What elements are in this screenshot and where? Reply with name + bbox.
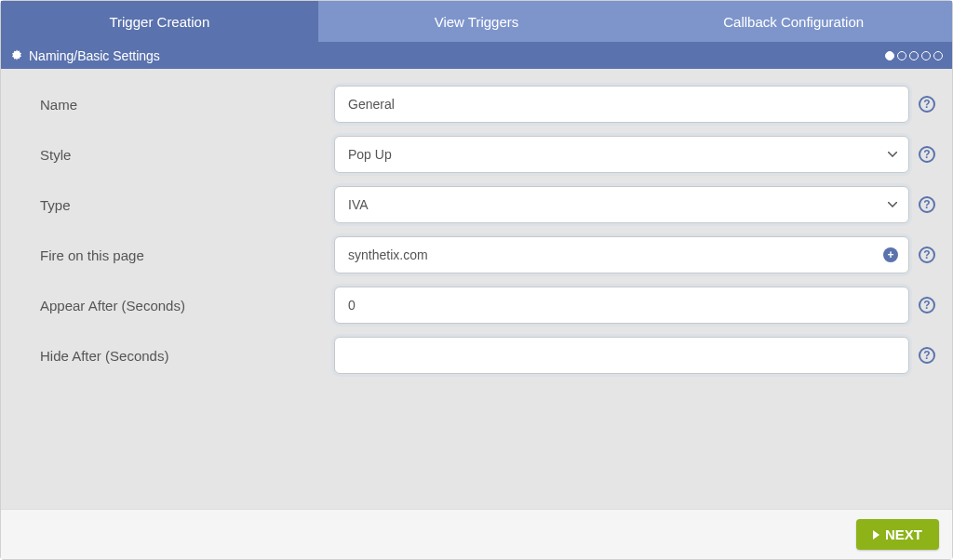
row-fire-page: Fire on this page + ? <box>18 236 935 273</box>
section-title: Naming/Basic Settings <box>29 48 160 63</box>
form-area: Name ? Style Pop Up ? Type IVA ? <box>1 69 952 509</box>
progress-dot-4 <box>921 51 931 60</box>
gear-icon <box>10 48 23 64</box>
row-appear-after: Appear After (Seconds) ? <box>18 287 935 324</box>
help-icon[interactable]: ? <box>919 247 935 263</box>
add-icon[interactable]: + <box>883 247 898 262</box>
label-style: Style <box>18 147 334 163</box>
next-button-label: NEXT <box>885 527 922 542</box>
tab-trigger-creation[interactable]: Trigger Creation <box>1 1 318 43</box>
help-icon[interactable]: ? <box>919 347 935 364</box>
hide-after-input[interactable] <box>334 337 909 374</box>
app-container: Trigger Creation View Triggers Callback … <box>0 0 953 560</box>
row-name: Name ? <box>18 86 935 123</box>
tab-label: View Triggers <box>435 14 519 30</box>
label-hide-after: Hide After (Seconds) <box>18 348 334 364</box>
tab-label: Callback Configuration <box>723 14 864 30</box>
footer: NEXT <box>1 509 952 559</box>
help-icon[interactable]: ? <box>919 297 935 313</box>
label-type: Type <box>18 197 334 213</box>
progress-dot-5 <box>933 51 943 60</box>
style-select[interactable]: Pop Up <box>334 136 909 173</box>
help-icon[interactable]: ? <box>919 196 935 213</box>
fire-page-input[interactable] <box>334 236 909 273</box>
help-icon[interactable]: ? <box>919 146 935 163</box>
type-select[interactable]: IVA <box>334 186 909 223</box>
progress-indicator <box>885 51 943 60</box>
progress-dot-3 <box>909 51 919 60</box>
section-header: Naming/Basic Settings <box>1 43 952 69</box>
tab-view-triggers[interactable]: View Triggers <box>318 1 636 43</box>
label-appear-after: Appear After (Seconds) <box>18 298 334 313</box>
progress-dot-1 <box>885 51 894 60</box>
tab-bar: Trigger Creation View Triggers Callback … <box>1 1 952 43</box>
appear-after-input[interactable] <box>334 287 909 324</box>
name-input[interactable] <box>334 86 909 123</box>
progress-dot-2 <box>897 51 906 60</box>
row-style: Style Pop Up ? <box>18 136 935 173</box>
label-name: Name <box>18 97 334 113</box>
section-header-left: Naming/Basic Settings <box>10 48 160 64</box>
row-type: Type IVA ? <box>18 186 935 223</box>
chevron-right-icon <box>873 530 879 540</box>
tab-label: Trigger Creation <box>109 14 209 30</box>
row-hide-after: Hide After (Seconds) ? <box>18 337 935 374</box>
tab-callback-configuration[interactable]: Callback Configuration <box>635 1 952 43</box>
next-button[interactable]: NEXT <box>856 519 939 550</box>
label-fire-page: Fire on this page <box>18 247 334 263</box>
help-icon[interactable]: ? <box>919 96 935 113</box>
